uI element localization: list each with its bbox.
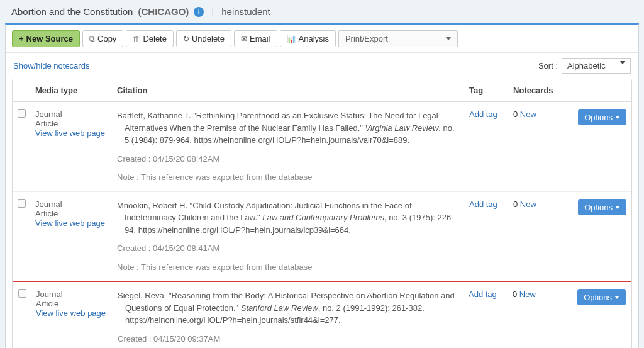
username: heinstudent — [221, 6, 270, 17]
created-meta: Created : 04/15/20 08:41AM — [117, 242, 457, 255]
chevron-down-icon — [614, 296, 619, 299]
project-title: Abortion and the Constitution — [11, 6, 133, 17]
media-type-2: Article — [35, 209, 117, 218]
sort-value: Alphabetic — [567, 61, 606, 70]
table-row: JournalArticleView live web pageMnookin,… — [13, 192, 631, 282]
breadcrumb: Abortion and the Constitution (CHICAGO) … — [0, 0, 644, 23]
citation-text: Bartlett, Katharine T. "Rethinking Paren… — [117, 109, 457, 147]
citation-text: Mnookin, Robert H. "Child-Custody Adjudi… — [117, 199, 457, 237]
col-tag: Tag — [469, 86, 513, 95]
delete-button[interactable]: 🗑Delete — [126, 30, 174, 47]
print-export-label: Print/Export — [345, 34, 388, 43]
copy-label: Copy — [97, 34, 116, 43]
created-meta: Created : 04/15/20 09:37AM — [118, 333, 456, 345]
analysis-button[interactable]: 📊Analysis — [280, 30, 336, 47]
media-type-2: Article — [35, 119, 117, 128]
media-type-1: Journal — [35, 109, 117, 119]
trash-icon: 🗑 — [133, 35, 140, 43]
print-export-dropdown[interactable]: Print/Export — [338, 30, 458, 47]
new-notecard-link[interactable]: New — [518, 109, 536, 119]
new-notecard-link[interactable]: New — [518, 199, 536, 209]
sources-table: Media type Citation Tag Notecards Journa… — [12, 79, 632, 348]
subbar: Show/hide notecards Sort : Alphabetic — [6, 53, 638, 79]
show-hide-notecards-link[interactable]: Show/hide notecards — [13, 61, 89, 70]
citation-style: (CHICAGO) — [138, 6, 189, 17]
new-notecard-link[interactable]: New — [517, 289, 536, 299]
plus-icon: + — [19, 34, 24, 43]
chevron-down-icon — [615, 206, 620, 209]
info-icon[interactable]: i — [194, 7, 204, 17]
view-live-link[interactable]: View live web page — [35, 218, 117, 228]
divider: | — [211, 6, 214, 17]
analysis-label: Analysis — [299, 34, 329, 43]
view-live-link[interactable]: View live web page — [35, 128, 117, 138]
undelete-label: Undelete — [192, 34, 225, 43]
add-tag-link[interactable]: Add tag — [469, 199, 497, 209]
toolbar: +New Source ⧉Copy 🗑Delete ↻Undelete ✉Ema… — [6, 25, 638, 53]
add-tag-link[interactable]: Add tag — [469, 289, 497, 299]
undo-icon: ↻ — [183, 35, 189, 43]
media-type-2: Article — [36, 299, 118, 308]
undelete-button[interactable]: ↻Undelete — [176, 30, 231, 47]
citation-text: Siegel, Reva. "Reasoning from the Body: … — [118, 289, 456, 327]
media-type-1: Journal — [35, 199, 117, 209]
email-button[interactable]: ✉Email — [234, 30, 277, 47]
chart-icon: 📊 — [287, 35, 296, 43]
sort-dropdown[interactable]: Alphabetic — [562, 58, 631, 74]
row-checkbox[interactable] — [18, 199, 26, 208]
copy-icon: ⧉ — [89, 35, 95, 43]
chevron-down-icon — [620, 61, 625, 64]
new-source-label: New Source — [26, 34, 73, 43]
delete-label: Delete — [143, 34, 167, 43]
table-header: Media type Citation Tag Notecards — [13, 79, 631, 102]
media-type-1: Journal — [36, 289, 118, 299]
table-row: JournalArticleView live web pageSiegel, … — [12, 281, 632, 348]
sort-control: Sort : Alphabetic — [538, 58, 631, 74]
envelope-icon: ✉ — [241, 35, 247, 43]
col-media: Media type — [35, 86, 117, 95]
chevron-down-icon — [615, 116, 620, 119]
row-checkbox[interactable] — [18, 289, 26, 298]
view-live-link[interactable]: View live web page — [36, 308, 118, 318]
main-panel: +New Source ⧉Copy 🗑Delete ↻Undelete ✉Ema… — [5, 23, 639, 348]
new-source-button[interactable]: +New Source — [12, 30, 80, 47]
chevron-down-icon — [446, 37, 451, 40]
email-label: Email — [250, 34, 270, 43]
note-meta: Note : This reference was exported from … — [117, 171, 457, 184]
table-row: JournalArticleView live web pageBartlett… — [13, 102, 631, 192]
options-button[interactable]: Options — [578, 109, 626, 125]
col-notecards: Notecards — [513, 86, 570, 95]
options-button[interactable]: Options — [578, 199, 626, 215]
add-tag-link[interactable]: Add tag — [469, 109, 497, 119]
note-meta: Note : This reference was exported from … — [117, 261, 457, 274]
copy-button[interactable]: ⧉Copy — [82, 30, 123, 47]
row-checkbox[interactable] — [18, 109, 26, 118]
sort-label: Sort : — [538, 61, 558, 70]
options-button[interactable]: Options — [577, 289, 626, 305]
created-meta: Created : 04/15/20 08:42AM — [117, 153, 457, 166]
col-citation: Citation — [117, 86, 469, 95]
